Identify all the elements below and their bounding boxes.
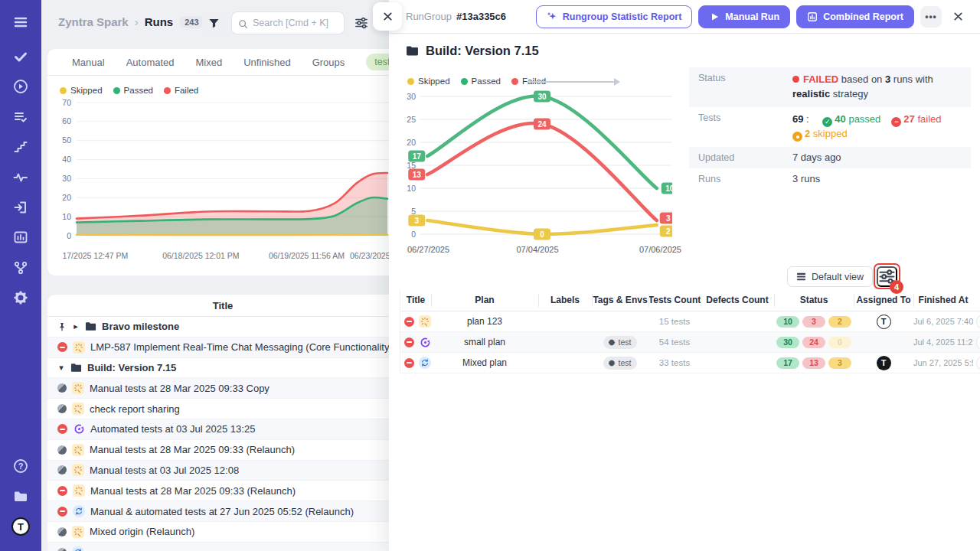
tab-groups[interactable]: Groups xyxy=(312,57,361,68)
svg-text:0: 0 xyxy=(411,230,416,239)
test-cases-icon[interactable] xyxy=(11,47,30,66)
runs-list-row[interactable]: check report sharing xyxy=(47,399,398,419)
runs-list-row[interactable]: Manual tests at 28 Mar 2025 09:33 Copy xyxy=(47,378,398,399)
runs-count-badge: 243 xyxy=(179,16,204,28)
svg-text:13: 13 xyxy=(413,171,422,179)
projects-folder-icon[interactable] xyxy=(11,487,30,506)
plan-name[interactable]: Mixed plan xyxy=(462,357,507,368)
close-icon[interactable] xyxy=(948,7,968,27)
runs-list-row[interactable] xyxy=(47,543,398,551)
settings-icon[interactable] xyxy=(11,289,30,307)
legend-item[interactable]: Passed xyxy=(113,86,153,95)
run-table-row[interactable]: plan 12315 tests1032TJul 6, 2025 7:40 xyxy=(400,311,980,332)
tab-unfinished[interactable]: Unfinished xyxy=(243,57,305,68)
runs-chart-x-labels: 17/2025 12:47 PM06/18/2025 12:01 PM06/19… xyxy=(54,251,395,263)
plan-name[interactable]: small plan xyxy=(464,337,505,347)
tag-pill[interactable]: test xyxy=(603,336,638,349)
pulls-icon[interactable] xyxy=(11,198,30,217)
filter-button[interactable] xyxy=(202,11,225,34)
finished-at: Jul 4, 2025 11:27 xyxy=(913,337,973,347)
row-action-button[interactable] xyxy=(976,335,980,350)
runs-list-row[interactable]: Manual tests at 03 Jul 2025 12:08 xyxy=(47,461,398,481)
user-avatar[interactable]: T xyxy=(11,517,30,536)
column-header[interactable]: Plan xyxy=(431,289,538,311)
more-actions-button[interactable]: ••• xyxy=(920,6,942,28)
legend-item[interactable]: Skipped xyxy=(60,86,103,95)
breadcrumb-project[interactable]: Zyntra Spark xyxy=(58,15,129,28)
branches-icon[interactable] xyxy=(11,259,30,277)
folder-icon xyxy=(85,321,96,331)
column-header[interactable]: Defects Count xyxy=(701,289,774,311)
failed-status-icon xyxy=(57,424,67,434)
column-header[interactable]: Status xyxy=(774,289,854,311)
column-header[interactable]: Title xyxy=(400,289,431,311)
menu-icon[interactable] xyxy=(11,13,30,31)
search-box[interactable] xyxy=(231,11,345,34)
sparkles-icon xyxy=(547,11,557,22)
runs-list-row[interactable]: LMP-587 Implement Real-Time Chat Messagi… xyxy=(47,337,398,358)
svg-text:0: 0 xyxy=(67,231,71,240)
runs-list-row[interactable]: Manual tests at 28 Mar 2025 09:33 (Relau… xyxy=(47,481,398,501)
column-header[interactable]: Finished At xyxy=(913,289,973,311)
breadcrumb: Zyntra Spark › Runs 243 xyxy=(58,15,204,28)
rungroup-hash: #13a335c6 xyxy=(456,11,506,22)
help-icon[interactable]: ? xyxy=(11,457,30,475)
rungroup-id: RunGroup #13a335c6 xyxy=(406,11,530,22)
runs-list-row[interactable]: Manual & automated tests at 27 Jun 2025 … xyxy=(47,501,398,522)
trend-arrow xyxy=(528,81,619,83)
failed-status-icon xyxy=(57,486,67,496)
mixed-run-icon xyxy=(73,505,85,517)
runs-list-row[interactable]: Manual tests at 28 Mar 2025 09:33 (Relau… xyxy=(47,440,398,461)
tag-pill[interactable]: test xyxy=(603,357,638,370)
row-title: Automated tests at 03 Jul 2025 13:25 xyxy=(90,423,255,435)
row-action-button[interactable] xyxy=(976,315,980,329)
milestones-icon[interactable] xyxy=(11,138,30,156)
column-header[interactable]: Tests Count xyxy=(648,289,701,311)
trend-x-labels: 06/27/202507/04/202507/06/2025 xyxy=(403,245,672,256)
legend-item[interactable]: Skipped xyxy=(407,77,450,86)
runs-tabs: Manual Automated Mixed Unfinished Groups… xyxy=(47,49,398,76)
row-action-button[interactable] xyxy=(976,356,980,370)
assignee-avatar[interactable]: T xyxy=(877,356,891,370)
svg-text:2: 2 xyxy=(666,227,671,236)
passed-pill: 17 xyxy=(776,357,799,369)
runs-list-row[interactable]: Automated tests at 03 Jul 2025 13:25 xyxy=(47,419,398,440)
row-title: Manual & automated tests at 27 Jun 2025 … xyxy=(90,506,354,517)
runs-list-row[interactable]: Mixed origin (Relaunch) xyxy=(47,522,398,543)
statistic-report-button[interactable]: Rungroup Statistic Report xyxy=(536,5,693,28)
x-tick-label: 06/18/2025 12:01 PM xyxy=(162,251,239,260)
reports-icon[interactable] xyxy=(11,228,30,246)
tab-manual[interactable]: Manual xyxy=(72,57,120,68)
runs-area-chart: 010203040506070 xyxy=(54,96,395,243)
assignee-avatar[interactable]: T xyxy=(877,315,891,329)
manual-run-button[interactable]: Manual Run xyxy=(698,5,790,28)
plan-name[interactable]: plan 123 xyxy=(467,316,502,327)
runs-list-folder-row[interactable]: ▸Bravo milestone xyxy=(47,317,398,337)
legend-item[interactable]: Failed xyxy=(164,86,198,95)
status-row: Status FAILED based on 3 runs with reali… xyxy=(689,67,971,107)
default-view-button[interactable]: Default view xyxy=(787,266,873,287)
tab-automated[interactable]: Automated xyxy=(126,57,190,68)
combined-report-button[interactable]: Combined Report xyxy=(796,5,914,28)
runs-icon[interactable] xyxy=(11,77,30,96)
run-table-row[interactable]: Mixed plantest33 tests17133TJun 27, 2025… xyxy=(400,353,980,373)
legend-item[interactable]: Passed xyxy=(461,77,501,86)
column-header[interactable]: Labels xyxy=(538,289,592,311)
trend-legend: SkippedPassedFailed xyxy=(407,77,546,86)
caret-down-icon[interactable]: ▾ xyxy=(57,363,65,373)
column-header[interactable]: Assigned To xyxy=(854,289,913,311)
table-view-icon xyxy=(796,272,806,282)
runs-list-folder-row[interactable]: ▾Build: Version 7.15 xyxy=(47,358,398,379)
activity-icon[interactable] xyxy=(11,168,30,187)
tab-mixed[interactable]: Mixed xyxy=(196,57,238,68)
svg-text:50: 50 xyxy=(62,135,71,145)
svg-text:70: 70 xyxy=(62,98,71,107)
plans-icon[interactable] xyxy=(11,108,30,126)
drawer-close-button[interactable] xyxy=(373,2,402,31)
run-table-row[interactable]: small plantest54 tests30240Jul 4, 2025 1… xyxy=(400,332,980,353)
view-options-icon[interactable] xyxy=(354,16,368,30)
search-input[interactable] xyxy=(253,18,337,28)
caret-right-icon[interactable]: ▸ xyxy=(72,321,80,331)
column-header[interactable]: Tags & Envs xyxy=(592,289,648,311)
row-title: Manual tests at 03 Jul 2025 12:08 xyxy=(90,465,239,476)
